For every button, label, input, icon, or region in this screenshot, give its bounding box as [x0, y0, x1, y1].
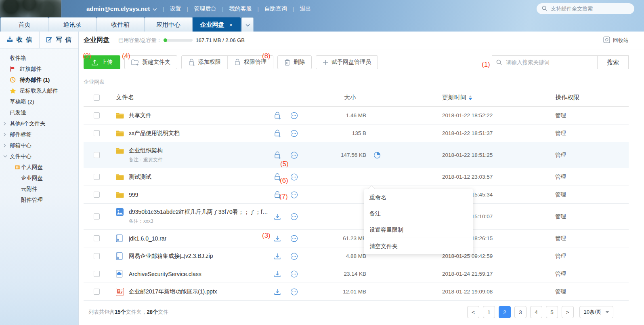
more-icon[interactable] [290, 129, 298, 137]
tab-2[interactable]: 收件箱 [96, 17, 145, 32]
page-button-4[interactable]: 4 [530, 306, 542, 318]
context-menu-item-3[interactable]: 清空文件夹 [364, 238, 473, 254]
file-name[interactable]: 网易企业邮箱集成接口v2.3.BJ.zip [129, 253, 213, 260]
row-checkbox[interactable] [94, 253, 100, 259]
sidebar-item-2[interactable]: 待办邮件 (1) [0, 74, 78, 85]
arrow-right-icon [3, 122, 7, 126]
topbar-item-3[interactable]: 自助查询 [264, 5, 287, 13]
more-icon[interactable] [290, 112, 298, 120]
tab-0[interactable]: 首页 [0, 17, 48, 32]
download-icon[interactable] [274, 288, 281, 295]
prev-page-button[interactable]: < [467, 306, 479, 318]
page-button-2[interactable]: 2 [499, 306, 511, 318]
row-checkbox[interactable] [94, 289, 100, 295]
sidebar-item-4[interactable]: 草稿箱 (2) [0, 96, 78, 107]
download-icon[interactable] [274, 253, 281, 260]
sidebar-item-7[interactable]: 邮件标签 [0, 129, 78, 140]
download-icon[interactable] [274, 213, 281, 220]
sidebar-item-5[interactable]: 已发送 [0, 107, 78, 118]
toolbar-button-新建文件夹[interactable]: 新建文件夹 [124, 55, 177, 69]
file-name[interactable]: 测试测试 [129, 173, 151, 181]
mail-fulltext-search[interactable]: 支持邮件全文搜索 [537, 3, 634, 14]
row-checkbox[interactable] [94, 213, 100, 219]
tab-1[interactable]: 通讯录 [48, 17, 96, 32]
row-checkbox[interactable] [94, 152, 100, 158]
download-icon[interactable] [274, 235, 281, 242]
row-checkbox[interactable] [94, 235, 100, 241]
tab-list-dropdown[interactable] [241, 17, 254, 32]
tab-4[interactable]: 企业网盘× [193, 17, 241, 32]
sidebar-item-12[interactable]: 云附件 [0, 184, 78, 194]
topbar-separator: | [187, 6, 188, 12]
page-button-1[interactable]: 1 [483, 306, 495, 318]
page-button-3[interactable]: 3 [514, 306, 527, 318]
sidebar-item-13[interactable]: 附件管理 [0, 194, 78, 205]
topbar-item-4[interactable]: 退出 [300, 5, 311, 13]
file-search-input[interactable] [492, 55, 598, 69]
topbar-item-0[interactable]: 设置 [170, 5, 181, 13]
file-name[interactable]: 共享文件 [129, 112, 151, 119]
row-checkbox[interactable] [94, 192, 100, 198]
account-menu[interactable]: admin@cm.elysys.net [86, 5, 157, 12]
sidebar-item-9[interactable]: 文件中心 [0, 151, 78, 162]
topbar-item-2[interactable]: 我的客服 [229, 5, 252, 13]
svg-text:P: P [118, 289, 120, 293]
annotation-(7): (7) [279, 193, 288, 201]
select-all-checkbox[interactable] [94, 95, 100, 101]
row-checkbox[interactable] [94, 112, 100, 118]
topbar-menu: |设置|管理后台|我的客服|自助查询|退出 [157, 5, 311, 13]
toolbar-button-赋予网盘管理员[interactable]: 赋予网盘管理员 [316, 55, 378, 69]
file-name[interactable]: xx产品使用说明文档 [129, 130, 180, 137]
file-name[interactable]: jdk1.6.0_10.rar [129, 235, 166, 242]
file-name[interactable]: d9350b1c351abde2红框几斤几两了33f70看；；了；f510... [129, 209, 269, 216]
file-name[interactable]: 企业邮2017年新增功能展示(1).pptx [129, 288, 217, 295]
more-icon[interactable] [290, 252, 298, 260]
more-icon[interactable] [290, 173, 298, 181]
row-checkbox[interactable] [94, 271, 100, 277]
row-checkbox[interactable] [94, 174, 100, 180]
sidebar-item-3[interactable]: 星标联系人邮件 [0, 85, 78, 96]
more-icon[interactable] [290, 213, 298, 221]
quota-pie-icon[interactable] [373, 152, 381, 160]
context-menu-item-0[interactable]: 重命名 [364, 189, 473, 205]
download-icon[interactable] [274, 270, 281, 278]
more-icon[interactable] [290, 288, 298, 296]
topbar-item-1[interactable]: 管理后台 [194, 5, 216, 13]
lock-add-icon[interactable] [274, 129, 281, 137]
receive-mail-button[interactable]: 收 信 [0, 32, 39, 48]
lock-add-icon[interactable] [274, 112, 281, 120]
sidebar-item-label: 星标联系人邮件 [20, 87, 58, 95]
lock-add-icon[interactable] [274, 151, 281, 159]
sidebar-item-1[interactable]: 红旗邮件 [0, 63, 78, 74]
sidebar-item-6[interactable]: 其他6个文件夹 [0, 118, 78, 129]
page-size-select[interactable]: 10条/页 [579, 306, 613, 318]
file-search-button[interactable]: 搜索 [597, 55, 629, 69]
more-icon[interactable] [290, 234, 298, 243]
page-button-5[interactable]: 5 [546, 306, 558, 318]
sort-control[interactable] [469, 95, 472, 100]
file-name[interactable]: 企业组织架构 [129, 147, 163, 154]
sidebar-item-8[interactable]: 邮箱中心 [0, 140, 78, 151]
context-menu-item-1[interactable]: 备注 [364, 205, 473, 222]
next-page-button[interactable]: > [562, 306, 574, 318]
context-menu-item-2[interactable]: 设置容量限制 [364, 222, 473, 238]
capacity-bar [164, 39, 193, 42]
sidebar-item-10[interactable]: 个人网盘 [0, 162, 78, 173]
page-title: 企业网盘 [84, 36, 109, 44]
file-name[interactable]: ArchiveSecurityService.class [129, 271, 201, 277]
toolbar-button-删除[interactable]: 删除 [277, 55, 312, 69]
sidebar-item-11[interactable]: 企业网盘 [0, 173, 78, 184]
tab-3[interactable]: 应用中心 [145, 17, 193, 32]
sidebar-item-0[interactable]: 收件箱 [0, 53, 78, 63]
tab-close-icon[interactable]: × [229, 21, 233, 28]
compose-mail-button[interactable]: 写 信 [39, 32, 79, 48]
breadcrumb[interactable]: 企业网盘 [79, 75, 644, 89]
toolbar-button-添加权限[interactable]: 添加权限 [182, 56, 227, 69]
recycle-bin-link[interactable]: 回收站 [603, 36, 629, 44]
more-icon[interactable] [290, 191, 298, 199]
more-icon[interactable] [290, 151, 298, 159]
header-size: 大小 [306, 94, 366, 101]
file-name[interactable]: 999 [129, 192, 138, 198]
row-checkbox[interactable] [94, 130, 100, 136]
more-icon[interactable] [290, 270, 298, 278]
